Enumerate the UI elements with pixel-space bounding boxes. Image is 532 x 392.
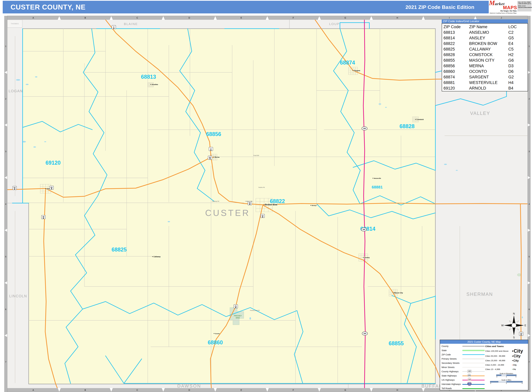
legend-row-state: State	[442, 348, 485, 353]
green-area	[517, 274, 521, 276]
zip-index-title: ZIP Code Index/Grid Locator	[442, 19, 528, 23]
legend-line-symbols: County State ZIP Code Primary Streets Se…	[442, 344, 485, 391]
town-label: Broken Bow	[265, 203, 277, 206]
lake	[26, 84, 29, 85]
town-dot	[373, 178, 373, 178]
city-size-row: Cities 50,000 - 99,999City	[485, 354, 527, 358]
grid-letter-top: C	[136, 17, 138, 19]
logo-market-m: M	[489, 0, 495, 7]
county-name-label: BLAINE	[124, 22, 138, 26]
index-zip-name: OCONTO	[469, 69, 508, 74]
state-line-symbol	[462, 348, 485, 353]
grid-number-right: 2	[528, 98, 530, 100]
contact-email: mapsales@MarketMAPS.com	[518, 7, 531, 8]
legend-row-secondary: Secondary Streets	[442, 361, 485, 365]
town-dot	[214, 333, 214, 334]
index-zip-name: ARNOLD	[469, 86, 508, 91]
town-label: Anselmo	[152, 84, 158, 85]
legend-row-primary: Primary Streets	[442, 357, 485, 361]
city-symbol-large: City	[512, 354, 527, 358]
secondary-street-symbol	[462, 361, 485, 365]
grid-letter-bottom: H	[397, 389, 398, 391]
town-dot	[415, 119, 416, 120]
zip-index-table: ZIP CodeZIP NameLOC68813ANSELMOC268814AN…	[442, 23, 528, 91]
logo-tagline: On Target. On Time.	[489, 10, 517, 12]
road-name-label: Gateway Rd	[212, 201, 219, 202]
county-name-label: VALLEY	[470, 111, 490, 116]
interstate-symbol: 123	[462, 382, 485, 386]
index-row: 68828COMSTOCKH2	[442, 52, 528, 58]
index-loc: C5	[508, 47, 528, 51]
grid-letter-top: D	[188, 17, 190, 19]
legend-row-state-hwy: State Highways123	[442, 373, 485, 378]
grid-letter-bottom: E	[241, 389, 242, 391]
index-zip-code: 68814	[442, 36, 469, 40]
index-row: 68813ANSELMOC2	[442, 30, 528, 35]
grid-letter-bottom: C	[136, 389, 138, 391]
index-zip-code: 68874	[442, 75, 469, 79]
state-highway-number: 21	[262, 215, 264, 216]
town-label: Comstock	[416, 119, 424, 120]
index-zip-name: SARGENT	[469, 75, 508, 79]
index-col-header: ZIP Name	[469, 25, 508, 29]
shield-wagon-glyph	[43, 218, 44, 219]
index-row: 69120ARNOLDB4	[442, 85, 528, 91]
index-zip-code: 68813	[442, 30, 469, 35]
shield-wagon-glyph	[262, 217, 263, 217]
logo-subtagline: America's Leading Source of Business Map…	[489, 12, 517, 14]
lake	[378, 103, 381, 105]
contact-phone: 1-888-434-MAPS (6277)	[518, 3, 531, 5]
town-dot	[311, 205, 311, 206]
shield-wagon-glyph	[249, 204, 250, 205]
index-col-header: LOC	[508, 25, 528, 29]
town-dot	[213, 157, 214, 157]
state-highway-number: 92	[209, 157, 211, 158]
index-zip-name: MERNA	[469, 64, 508, 68]
lake	[44, 141, 46, 142]
index-zip-code: 68881	[442, 80, 469, 85]
index-loc: G5	[508, 36, 528, 40]
map-legend: 2021 Custer County, NE Map County State …	[440, 340, 528, 390]
index-row: 68860OCONTOD6	[442, 69, 528, 74]
lake	[522, 317, 523, 318]
area-label: WMA	[236, 317, 240, 319]
city-symbol-medium: City	[512, 359, 527, 362]
city-symbol-largest: City	[512, 348, 527, 354]
index-loc: H2	[508, 52, 528, 57]
scale-bar-km	[496, 374, 517, 376]
city-size-row: Cities 25,000 - 49,999City	[485, 358, 527, 363]
index-zip-code: 68825	[442, 47, 469, 51]
city-size-row: Cities 100,000 and AboveCity	[485, 348, 527, 354]
grid-letter-bottom: A	[33, 389, 34, 391]
edition-label: 2021 ZIP Code Basic Edition	[393, 1, 487, 14]
legend-row-toll: Toll Roads	[442, 386, 485, 391]
contact-call-label: CALL US TOLL FREE!	[518, 1, 531, 3]
county-name-label: SHERMAN	[467, 292, 493, 297]
lake	[33, 146, 36, 148]
index-loc: D6	[508, 69, 528, 74]
index-zip-name: CALLAWAY	[469, 47, 508, 51]
compass-n: N	[513, 312, 515, 315]
index-header-row: ZIP CodeZIP NameLOC	[442, 24, 528, 30]
index-zip-name: COMSTOCK	[469, 52, 508, 57]
state-highway-number: 21	[235, 305, 237, 307]
shield-wagon-glyph	[210, 150, 211, 150]
us-highway-number: 183	[364, 333, 366, 334]
us-highway-number: 183	[363, 128, 366, 129]
grid-number-left: 5	[5, 256, 6, 258]
compass-center	[512, 323, 516, 328]
lake	[249, 317, 251, 320]
zip-code-label: 68856	[206, 131, 221, 137]
town-dot	[353, 70, 353, 71]
grid-letter-top: J	[501, 17, 502, 19]
town-dot	[363, 257, 364, 258]
grid-letter-bottom: D	[188, 389, 190, 391]
zip-code-label: 68828	[400, 123, 415, 129]
town-label: Oconto	[215, 333, 220, 334]
grid-number-left: 7	[5, 361, 6, 363]
grid-number-left: 6	[5, 308, 6, 310]
grid-number-right: 1	[528, 45, 530, 47]
grid-letter-bottom: G	[345, 389, 346, 391]
grid-letter-top: G	[345, 17, 346, 19]
town-dot	[152, 256, 153, 257]
